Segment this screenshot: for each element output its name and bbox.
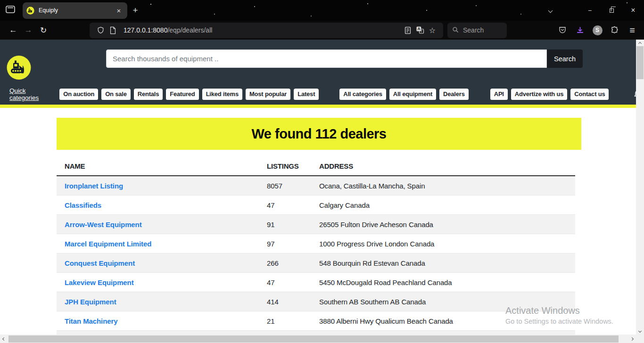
page-info-icon[interactable] <box>107 26 119 34</box>
listings-cell: 91 <box>267 220 319 229</box>
listings-cell: 8057 <box>267 182 319 190</box>
windows-activation-watermark: Activate Windows Go to Settings to activ… <box>505 305 613 325</box>
nav-dealers[interactable]: Dealers <box>439 89 469 100</box>
yellow-divider <box>0 105 636 108</box>
column-header-name: NAME <box>57 162 267 170</box>
menu-icon[interactable]: ≡ <box>627 24 638 36</box>
equiply-logo-icon[interactable] <box>7 55 31 82</box>
table-row-partial <box>57 331 575 335</box>
url-bar[interactable]: 127.0.0.1:8080/eqp/dealers/all 7 A ☆ <box>90 23 443 38</box>
browser-titlebar: Equiply × + − × <box>0 0 644 21</box>
table-row: Lakeview Equipment 47 5450 McDougald Roa… <box>57 273 575 292</box>
back-button[interactable]: ← <box>6 23 21 37</box>
table-row: Classifieds 47 Calgary Canada <box>57 196 575 215</box>
forward-button[interactable]: → <box>21 23 36 37</box>
browser-tab-equiply[interactable]: Equiply × <box>23 2 127 19</box>
dealer-link[interactable]: Conquest Equipment <box>65 259 135 267</box>
nav-all-categories[interactable]: All categories <box>339 89 386 100</box>
scroll-left-button[interactable] <box>0 335 8 343</box>
chevron-down-icon <box>638 329 642 332</box>
address-cell: 1000 Progress Drive London Canada <box>319 240 575 248</box>
restore-window-button[interactable] <box>601 0 622 21</box>
nav-on-auction[interactable]: On auction <box>59 89 98 100</box>
nav-most-popular[interactable]: Most popular <box>246 89 290 100</box>
scroll-down-button[interactable] <box>636 327 644 335</box>
listings-cell: 47 <box>267 278 319 286</box>
table-row: Arrow-West Equipment 91 26505 Fulton Dri… <box>57 215 575 234</box>
listings-cell: 21 <box>267 317 319 325</box>
reader-mode-icon[interactable] <box>402 26 414 34</box>
listings-cell: 266 <box>267 259 319 267</box>
pocket-icon[interactable] <box>557 24 568 36</box>
nav-featured[interactable]: Featured <box>166 89 198 100</box>
nav-group-browse: All categories All equipment Dealers <box>339 89 471 100</box>
list-all-tabs-button[interactable] <box>539 0 561 21</box>
nav-rentals[interactable]: Rentals <box>134 89 163 100</box>
address-cell: Southern AB Southern AB Canada <box>319 298 575 306</box>
results-banner-text: We found 112 dealers <box>251 126 386 142</box>
reload-button[interactable]: ↻ <box>36 23 51 37</box>
downloads-icon[interactable] <box>574 24 586 36</box>
table-row: Titan Machinery 21 3880 Alberni Hwy Qual… <box>57 311 575 331</box>
dealer-link[interactable]: Titan Machinery <box>65 317 117 325</box>
address-cell: 548 Bourquin Rd Estevan Canada <box>319 259 575 267</box>
firefox-view-icon <box>5 5 16 16</box>
address-cell: 5450 McDougald Road Peachland Canada <box>319 278 575 286</box>
nav-on-sale[interactable]: On sale <box>101 89 131 100</box>
scroll-right-button[interactable] <box>628 335 636 343</box>
dealer-link[interactable]: Classifieds <box>65 201 101 209</box>
bookmark-star-icon[interactable]: ☆ <box>426 26 438 35</box>
dealers-table: NAME LISTINGS ADDRESS Ironplanet Listing… <box>57 162 575 335</box>
horizontal-scrollbar[interactable] <box>0 335 644 343</box>
extensions-puzzle-icon[interactable] <box>609 24 620 36</box>
restore-icon <box>610 8 614 13</box>
quick-categories-link[interactable]: Quick categories <box>9 87 39 101</box>
column-header-listings: LISTINGS <box>267 162 319 170</box>
address-cell: Ocana, Castilla-La Mancha, Spain <box>319 182 575 190</box>
account-badge: S <box>593 25 603 35</box>
table-body: Ironplanet Listing 8057 Ocana, Castilla-… <box>57 176 575 335</box>
site-search-row: Search <box>106 49 583 68</box>
translate-icon[interactable]: 7 A <box>414 26 426 34</box>
firefox-view-button[interactable] <box>0 5 21 16</box>
site-search-button[interactable]: Search <box>547 49 583 68</box>
shield-icon[interactable] <box>94 26 107 34</box>
toolbar-search-placeholder: Search <box>463 26 484 34</box>
table-row: Ironplanet Listing 8057 Ocana, Castilla-… <box>57 176 575 196</box>
nav-latest[interactable]: Latest <box>294 89 319 100</box>
vertical-scrollbar[interactable] <box>636 40 644 335</box>
listings-cell: 97 <box>267 240 319 248</box>
site-header: Search Quick categories On auction On sa… <box>0 40 636 105</box>
tab-title: Equiply <box>39 7 114 14</box>
address-cell: 26505 Fulton Drive Acheson Canada <box>319 220 575 229</box>
horizontal-scrollbar-thumb[interactable] <box>8 335 619 343</box>
nav-liked-items[interactable]: Liked items <box>202 89 242 100</box>
new-tab-button[interactable]: + <box>127 5 143 16</box>
search-icon <box>452 26 459 34</box>
toolbar-search-box[interactable]: Search <box>447 23 507 38</box>
tab-close-icon[interactable]: × <box>114 7 124 15</box>
nav-contact-us[interactable]: Contact us <box>570 89 609 100</box>
dealer-link[interactable]: Arrow-West Equipment <box>65 220 142 229</box>
chevron-right-icon <box>630 337 634 340</box>
table-header-row: NAME LISTINGS ADDRESS <box>57 162 575 176</box>
site-search-input[interactable] <box>106 49 547 68</box>
vertical-scrollbar-thumb[interactable] <box>636 46 644 79</box>
dealer-link[interactable]: JPH Equipment <box>65 298 116 306</box>
page-content: Search Quick categories On auction On sa… <box>0 40 636 335</box>
close-window-button[interactable]: × <box>622 0 644 21</box>
minimize-button[interactable]: − <box>579 0 601 21</box>
listings-cell: 414 <box>267 298 319 306</box>
dealer-link[interactable]: Lakeview Equipment <box>65 278 134 286</box>
url-path: /eqp/dealers/all <box>167 26 212 34</box>
table-row: Marcel Equipment Limited 97 1000 Progres… <box>57 234 575 253</box>
dealer-link[interactable]: Ironplanet Listing <box>65 182 123 190</box>
nav-all-equipment[interactable]: All equipment <box>389 89 436 100</box>
nav-api[interactable]: API <box>490 89 508 100</box>
account-avatar[interactable]: S <box>592 24 603 36</box>
nav-advertize[interactable]: Advertize with us <box>511 89 568 100</box>
url-host: 127.0.0.1:8080 <box>124 26 167 34</box>
nav-group-misc: API Advertize with us Contact us <box>490 89 612 100</box>
dealer-link[interactable]: Marcel Equipment Limited <box>65 240 151 248</box>
site-nav-row: Quick categories On auction On sale Rent… <box>0 87 636 101</box>
